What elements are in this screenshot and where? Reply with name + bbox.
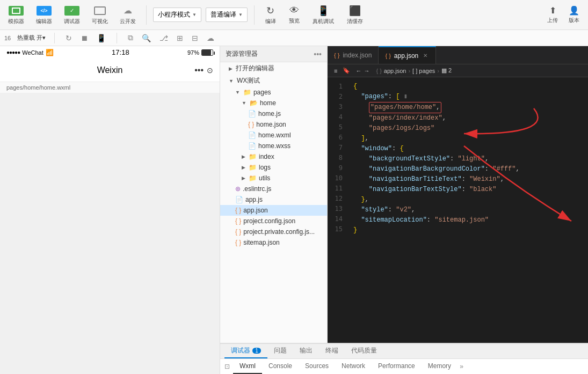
filetree-header: 资源管理器 ••• <box>220 46 327 62</box>
tab-indexjson-label: index.json <box>343 52 372 59</box>
breadcrumb-forward[interactable]: → <box>364 68 369 74</box>
homejs-file[interactable]: 📄 home.js <box>220 108 327 119</box>
sim-battery-percent: 97% <box>187 49 199 56</box>
sim-statusbar: ●●●●● WeChat 📶 17:18 97% <box>0 46 220 58</box>
pages-chevron: ▼ <box>235 90 240 95</box>
clearcache-btn-label: 清缓存 <box>347 18 363 25</box>
breadcrumb-pages: [ ] pages <box>412 68 435 74</box>
breadcrumb-sep1: { } <box>376 68 381 74</box>
bottom-tab-terminal[interactable]: 终端 <box>319 344 345 358</box>
code-line-11: "navigationBarTextStyle": "black" <box>353 185 588 195</box>
projectprivate-file[interactable]: { } project.private.config.js... <box>220 226 327 237</box>
version-button[interactable]: 👤 版本 <box>564 3 584 26</box>
sim-menu: ••• ⊙ <box>194 65 213 75</box>
visual-button[interactable]: 可视化 <box>88 3 112 27</box>
upload-icon: ⬆ <box>549 5 556 16</box>
bottom-filter-icon[interactable]: ⊡ <box>224 363 230 370</box>
bottom-tab-quality[interactable]: 代码质量 <box>345 344 383 358</box>
simulator-button[interactable]: 模拟器 <box>4 3 28 27</box>
pages-folder-icon: 📁 <box>243 89 251 96</box>
editor-button[interactable]: </> 编辑器 <box>32 3 56 27</box>
logs-folder[interactable]: ▶ 📁 logs <box>220 162 327 173</box>
upload-button[interactable]: ⬆ 上传 <box>543 3 562 26</box>
subtab-memory[interactable]: Memory <box>422 359 458 374</box>
editor-code[interactable]: { "pages": [ ▮ "pages/home/home", "pages… <box>347 77 588 374</box>
homejson-label: home.json <box>256 121 286 128</box>
stop-nav-icon[interactable]: ⏹ <box>78 33 90 43</box>
more-nav-icon[interactable]: ☁ <box>205 33 216 43</box>
debug-label: 调试器 <box>64 18 80 25</box>
bottom-tab-debugger[interactable]: 调试器 1 <box>224 344 267 358</box>
index-folder-label: index <box>259 153 274 160</box>
compile-button[interactable]: ↻ 编译 <box>261 3 280 27</box>
version-btn-label: 版本 <box>569 17 579 24</box>
realdev-button[interactable]: 📱 真机调试 <box>308 3 338 27</box>
code-line-7: "window": { <box>353 144 588 154</box>
eslint-label: .eslintrc.js <box>243 185 271 193</box>
search-nav-icon[interactable]: 🔍 <box>140 33 153 43</box>
tab-appjson-close[interactable]: ✕ <box>422 52 429 59</box>
tab-indexjson[interactable]: { } index.json <box>328 46 379 64</box>
mode-dropdown[interactable]: 小程序模式 ▼ <box>153 8 201 22</box>
filetree-title: 资源管理器 <box>226 49 258 58</box>
home-folder[interactable]: ▼ 📂 home <box>220 98 327 108</box>
copy-nav-icon[interactable]: ⧉ <box>126 32 135 43</box>
eslint-file[interactable]: ⊛ .eslintrc.js <box>220 184 327 194</box>
projectprivate-label: project.private.config.js... <box>243 228 315 236</box>
index-folder[interactable]: ▶ 📁 index <box>220 151 327 162</box>
project-root[interactable]: ▼ WX测试 <box>220 75 327 87</box>
appjs-file[interactable]: 📄 app.js <box>220 194 327 205</box>
pages-folder[interactable]: ▼ 📁 pages <box>220 87 327 98</box>
code-line-1: { <box>353 82 588 92</box>
sim-close-btn[interactable]: ⊙ <box>207 66 213 75</box>
refresh-icon: ↻ <box>266 5 274 17</box>
bottom-tabs: 调试器 1 问题 输出 终端 代码质量 <box>220 344 588 359</box>
appjson-file[interactable]: { } app.json <box>220 205 327 216</box>
phone-nav-icon[interactable]: 📱 <box>95 33 108 43</box>
tab-appjson[interactable]: { } app.json ✕ <box>379 46 436 64</box>
sim-battery: 97% <box>187 49 213 56</box>
sitemap-file[interactable]: { } sitemap.json <box>220 237 327 248</box>
subtab-performance[interactable]: Performance <box>372 359 422 374</box>
editor-body: 12345 678910 1112131415 { "pages": [ ▮ "… <box>328 77 588 374</box>
subtab-performance-label: Performance <box>378 362 415 370</box>
utils-folder[interactable]: ▶ 📁 utils <box>220 173 327 184</box>
filetree-more-icon[interactable]: ••• <box>314 50 322 58</box>
bottom-tab-output-label: 输出 <box>300 346 313 355</box>
breadcrumb-back[interactable]: ← <box>355 68 361 74</box>
subtab-console[interactable]: Console <box>262 359 299 374</box>
refresh-nav-icon[interactable]: ↻ <box>63 33 74 43</box>
layout-nav-icon[interactable]: ⊟ <box>190 33 200 43</box>
open-editors-section[interactable]: ▶ 打开的编辑器 <box>220 62 327 75</box>
preview-button[interactable]: 👁 预览 <box>285 3 304 27</box>
index-folder-icon: 📁 <box>249 153 257 160</box>
visual-icon <box>94 6 106 15</box>
breadcrumb-bookmark[interactable]: 🔖 <box>343 67 350 74</box>
bottom-tab-output[interactable]: 输出 <box>293 344 319 358</box>
subtab-network[interactable]: Network <box>335 359 372 374</box>
breadcrumb-hamburger[interactable]: ≡ <box>334 68 337 74</box>
cloud-button[interactable]: ☁ 云开发 <box>116 3 140 27</box>
bottom-tab-issues[interactable]: 问题 <box>267 344 293 358</box>
subtab-more-icon[interactable]: » <box>460 363 463 370</box>
debug-button[interactable]: ✓ 调试器 <box>60 3 84 27</box>
projectconfig-file[interactable]: { } project.config.json <box>220 216 327 226</box>
eslint-icon: ⊛ <box>235 185 241 193</box>
branch-nav-icon[interactable]: ⎇ <box>157 33 170 43</box>
projectconfig-label: project.config.json <box>243 217 295 225</box>
top-toolbar: 模拟器 </> 编辑器 ✓ 调试器 可视化 ☁ 云开发 小程序模式 ▼ 普通编译 <box>0 0 588 30</box>
subtab-sources[interactable]: Sources <box>299 359 335 374</box>
grid-nav-icon[interactable]: ⊞ <box>175 33 185 43</box>
sim-menu-dots[interactable]: ••• <box>194 65 204 75</box>
homejson-file[interactable]: { } home.json <box>220 119 327 130</box>
hot-reload-toggle[interactable]: 热重载 开▾ <box>17 34 46 42</box>
bottom-tab-issues-label: 问题 <box>274 346 287 355</box>
homewxml-file[interactable]: 📄 home.wxml <box>220 130 327 141</box>
compile-dropdown[interactable]: 普通编译 ▼ <box>206 8 248 22</box>
subtab-wxml[interactable]: Wxml <box>233 359 262 374</box>
clearcache-button[interactable]: ⬛ 清缓存 <box>343 3 367 27</box>
home-chevron: ▼ <box>242 100 246 106</box>
homejs-icon: 📄 <box>248 110 256 118</box>
homewxss-file[interactable]: 📄 home.wxss <box>220 141 327 151</box>
divider-2 <box>254 5 255 25</box>
